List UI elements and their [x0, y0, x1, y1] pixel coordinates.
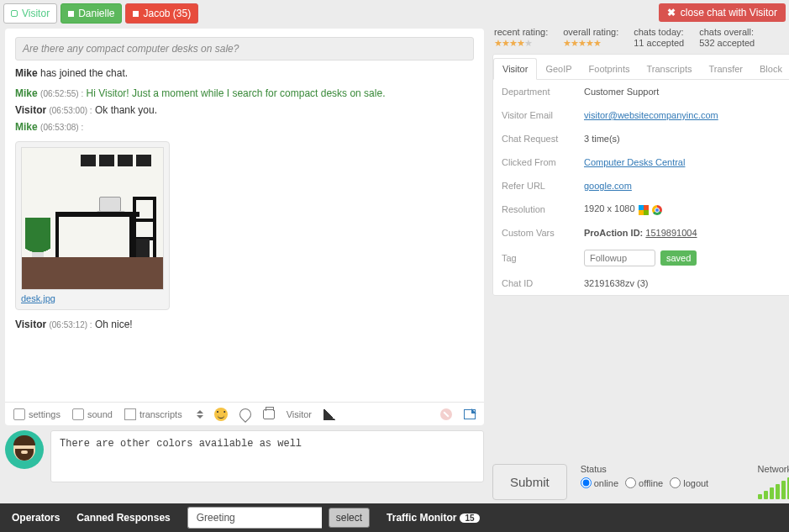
gear-icon — [13, 408, 25, 420]
side-tab-visitor[interactable]: Visitor — [493, 58, 537, 80]
sound-button[interactable]: sound — [72, 408, 113, 420]
chatreq-value: 3 time(s) — [584, 134, 620, 144]
msg-time: (06:53:12) : — [49, 320, 92, 329]
msg-time: (06:52:55) : — [40, 89, 83, 98]
msg-author: Visitor — [15, 104, 46, 116]
submit-button[interactable]: Submit — [492, 464, 567, 500]
edit-button[interactable] — [323, 408, 335, 420]
msg-text: Oh nice! — [95, 319, 133, 330]
block-icon — [440, 408, 452, 420]
status-label: Status — [581, 464, 709, 474]
join-text: has joined the chat. — [38, 67, 128, 79]
chat-message: Visitor (06:53:00) : Ok thank you. — [15, 104, 474, 116]
network-bars-icon — [758, 477, 789, 499]
smile-icon — [214, 408, 228, 421]
document-icon — [124, 408, 136, 420]
bottom-bar: Operators Canned Responses Greeting sele… — [0, 503, 789, 532]
recent-rating-stars: ★★★★★ — [494, 38, 548, 49]
sound-icon — [72, 408, 84, 420]
emoji-button[interactable] — [214, 408, 228, 421]
greeting-input[interactable]: Greeting — [187, 507, 322, 529]
chatid-value: 32191638zv (3) — [584, 278, 648, 288]
tab-visitor[interactable]: Visitor — [3, 3, 57, 24]
chatid-key: Chat ID — [502, 278, 577, 288]
bottom-operators[interactable]: Operators — [12, 512, 60, 524]
print-button[interactable] — [263, 409, 275, 419]
msg-author: Mike — [15, 87, 38, 99]
resolution-key: Resolution — [502, 204, 577, 214]
tag-input[interactable] — [584, 250, 655, 266]
image-attachment: desk.jpg — [15, 141, 170, 310]
status-logout[interactable]: logout — [670, 477, 708, 488]
desk-image[interactable] — [21, 147, 164, 290]
refer-value[interactable]: google.com — [584, 181, 632, 191]
side-tab-geoip[interactable]: GeoIP — [537, 59, 580, 79]
chats-today-label: chats today: — [634, 27, 684, 37]
close-icon: ✖ — [667, 7, 676, 18]
tab-danielle[interactable]: Danielle — [60, 3, 122, 24]
chatreq-key: Chat Request — [502, 134, 577, 144]
chats-overall-label: chats overall: — [699, 27, 755, 37]
join-name: Mike — [15, 67, 38, 79]
windows-icon — [639, 205, 649, 215]
msg-time: (06:53:00) : — [49, 106, 92, 115]
settings-button[interactable]: settings — [13, 408, 60, 420]
attach-button[interactable] — [239, 408, 251, 420]
tab-jacob[interactable]: Jacob (35) — [125, 3, 198, 24]
resolution-value: 1920 x 1080 — [584, 203, 662, 214]
greeting-select-button[interactable]: select — [329, 508, 370, 528]
pencil-icon — [323, 408, 335, 420]
sort-icon — [194, 408, 203, 420]
chat-transcript: Are there any compact computer desks on … — [5, 29, 484, 425]
visitor-panel: Visitor GeoIP Footprints Transcripts Tra… — [492, 54, 789, 296]
chats-today-value: 11 accepted — [634, 38, 684, 48]
tab-jacob-label: Jacob (35) — [143, 8, 191, 19]
sort-button[interactable] — [194, 408, 203, 420]
email-key: Visitor Email — [502, 110, 577, 120]
transcripts-button[interactable]: transcripts — [124, 408, 182, 420]
customvars-key: Custom Vars — [502, 228, 577, 238]
chat-message: Mike (06:53:08) : — [15, 121, 474, 133]
operator-avatar — [5, 430, 44, 469]
tab-visitor-label: Visitor — [22, 8, 50, 19]
visitor-question: Are there any compact computer desks on … — [15, 37, 474, 61]
side-tab-footprints[interactable]: Footprints — [581, 59, 639, 79]
side-tab-transfer[interactable]: Transfer — [700, 59, 751, 79]
side-tab-block[interactable]: Block — [751, 59, 789, 79]
status-square-icon — [68, 11, 74, 17]
clicked-value[interactable]: Computer Desks Central — [584, 157, 685, 167]
tab-danielle-label: Danielle — [78, 8, 114, 19]
message-input[interactable] — [50, 430, 484, 482]
msg-author: Visitor — [15, 319, 46, 330]
join-notice: Mike has joined the chat. — [15, 67, 474, 79]
chat-message: Mike (06:52:55) : Hi Visitor! Just a mom… — [15, 87, 474, 99]
popout-button[interactable] — [464, 409, 476, 419]
recent-rating-label: recent rating: — [494, 27, 548, 37]
department-value: Customer Support — [584, 87, 659, 97]
side-tab-transcripts[interactable]: Transcripts — [638, 59, 700, 79]
chrome-icon — [652, 205, 662, 215]
overall-rating-stars: ★★★★★ — [563, 38, 618, 49]
msg-text: Ok thank you. — [95, 104, 157, 116]
bottom-traffic[interactable]: Traffic Monitor15 — [387, 512, 479, 524]
bottom-canned[interactable]: Canned Responses — [76, 512, 170, 524]
tag-key: Tag — [502, 253, 577, 263]
overall-rating-label: overall rating: — [563, 27, 618, 37]
network-label: Network — [758, 464, 789, 474]
email-value[interactable]: visitor@websitecompanyinc.com — [584, 110, 718, 120]
department-key: Department — [502, 87, 577, 97]
refer-key: Refer URL — [502, 181, 577, 191]
popout-icon — [464, 409, 476, 419]
image-filename-link[interactable]: desk.jpg — [21, 293, 55, 303]
close-chat-button[interactable]: ✖ close chat with Visitor — [659, 3, 786, 22]
msg-author: Mike — [15, 121, 38, 133]
status-online[interactable]: online — [581, 477, 618, 488]
msg-time: (06:53:08) : — [40, 123, 83, 132]
chats-overall-value: 532 accepted — [699, 38, 755, 48]
block-button[interactable] — [440, 408, 452, 420]
visitor-label: Visitor — [287, 409, 312, 419]
chat-toolbar: settings sound transcripts Visitor — [5, 402, 484, 425]
customvars-value: ProAction ID: 1519891004 — [584, 228, 697, 238]
status-offline[interactable]: offline — [625, 477, 663, 488]
paperclip-icon — [237, 406, 254, 423]
